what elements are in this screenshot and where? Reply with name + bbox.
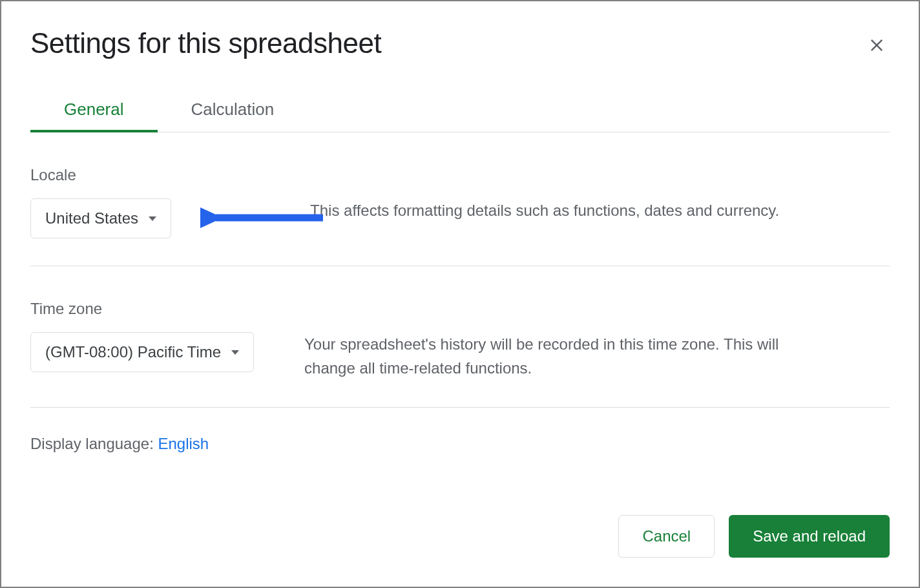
locale-value: United States [45, 209, 138, 227]
display-language-row: Display language: English [30, 408, 890, 453]
caret-down-icon [149, 216, 156, 221]
locale-dropdown[interactable]: United States [30, 198, 171, 238]
cancel-button[interactable]: Cancel [618, 515, 715, 558]
locale-section: Locale United States This affects format… [30, 132, 890, 266]
locale-label: Locale [30, 166, 890, 184]
save-button[interactable]: Save and reload [729, 515, 890, 558]
display-language-label: Display language: [30, 435, 158, 452]
display-language-link[interactable]: English [158, 435, 209, 452]
tabs-bar: General Calculation [30, 90, 890, 132]
caret-down-icon [231, 350, 239, 355]
locale-description: This affects formatting details such as … [310, 198, 779, 222]
dialog-header: Settings for this spreadsheet [30, 27, 890, 59]
dialog-title: Settings for this spreadsheet [30, 27, 381, 59]
close-icon [868, 36, 886, 54]
close-button[interactable] [864, 32, 890, 58]
tab-general[interactable]: General [30, 90, 158, 132]
annotation-arrow-icon [200, 202, 329, 234]
tab-calculation[interactable]: Calculation [158, 90, 308, 132]
timezone-description: Your spreadsheet's history will be recor… [304, 332, 808, 380]
timezone-section: Time zone (GMT-08:00) Pacific Time Your … [30, 266, 890, 408]
timezone-value: (GMT-08:00) Pacific Time [45, 343, 221, 361]
dialog-footer: Cancel Save and reload [618, 515, 890, 558]
timezone-dropdown[interactable]: (GMT-08:00) Pacific Time [30, 332, 254, 372]
timezone-label: Time zone [30, 300, 890, 318]
